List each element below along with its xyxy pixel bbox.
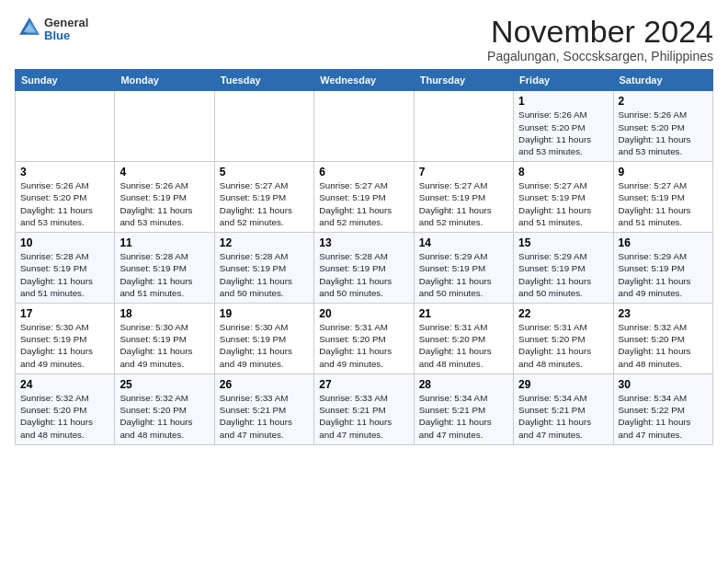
day-info: Sunrise: 5:34 AM Sunset: 5:22 PM Dayligh… bbox=[619, 392, 708, 441]
calendar-cell bbox=[314, 91, 414, 162]
calendar-cell: 8Sunrise: 5:27 AM Sunset: 5:19 PM Daylig… bbox=[514, 162, 613, 233]
day-info: Sunrise: 5:31 AM Sunset: 5:20 PM Dayligh… bbox=[419, 321, 508, 370]
calendar-cell: 28Sunrise: 5:34 AM Sunset: 5:21 PM Dayli… bbox=[414, 373, 513, 444]
day-number: 11 bbox=[119, 236, 209, 249]
day-number: 3 bbox=[20, 166, 109, 178]
day-info: Sunrise: 5:27 AM Sunset: 5:19 PM Dayligh… bbox=[419, 179, 508, 228]
logo: General Blue bbox=[15, 15, 88, 44]
day-info: Sunrise: 5:29 AM Sunset: 5:19 PM Dayligh… bbox=[419, 250, 508, 299]
day-number: 5 bbox=[220, 166, 309, 178]
day-number: 7 bbox=[419, 166, 508, 178]
week-row-2: 3Sunrise: 5:26 AM Sunset: 5:20 PM Daylig… bbox=[16, 162, 713, 233]
calendar-cell: 11Sunrise: 5:28 AM Sunset: 5:19 PM Dayli… bbox=[115, 233, 214, 304]
day-number: 4 bbox=[119, 166, 209, 178]
calendar-cell: 5Sunrise: 5:27 AM Sunset: 5:19 PM Daylig… bbox=[214, 162, 313, 233]
day-number: 18 bbox=[119, 307, 209, 320]
day-info: Sunrise: 5:26 AM Sunset: 5:20 PM Dayligh… bbox=[619, 109, 708, 157]
calendar-cell: 23Sunrise: 5:32 AM Sunset: 5:20 PM Dayli… bbox=[613, 304, 712, 374]
day-info: Sunrise: 5:31 AM Sunset: 5:20 PM Dayligh… bbox=[319, 321, 408, 370]
calendar-cell: 18Sunrise: 5:30 AM Sunset: 5:19 PM Dayli… bbox=[115, 304, 214, 374]
calendar-cell: 14Sunrise: 5:29 AM Sunset: 5:19 PM Dayli… bbox=[414, 233, 513, 304]
calendar-cell: 4Sunrise: 5:26 AM Sunset: 5:19 PM Daylig… bbox=[115, 162, 214, 233]
calendar-cell: 27Sunrise: 5:33 AM Sunset: 5:21 PM Dayli… bbox=[314, 373, 414, 444]
week-row-4: 17Sunrise: 5:30 AM Sunset: 5:19 PM Dayli… bbox=[16, 304, 713, 374]
day-number: 12 bbox=[220, 236, 309, 249]
week-row-1: 1Sunrise: 5:26 AM Sunset: 5:20 PM Daylig… bbox=[16, 91, 713, 162]
calendar-cell: 22Sunrise: 5:31 AM Sunset: 5:20 PM Dayli… bbox=[514, 304, 613, 374]
day-number: 25 bbox=[119, 378, 209, 391]
calendar-cell: 3Sunrise: 5:26 AM Sunset: 5:20 PM Daylig… bbox=[16, 162, 115, 233]
month-title: November 2024 bbox=[487, 15, 713, 49]
day-number: 16 bbox=[619, 236, 708, 249]
calendar-cell: 29Sunrise: 5:34 AM Sunset: 5:21 PM Dayli… bbox=[514, 373, 613, 444]
day-info: Sunrise: 5:28 AM Sunset: 5:19 PM Dayligh… bbox=[119, 250, 209, 299]
calendar-cell: 20Sunrise: 5:31 AM Sunset: 5:20 PM Dayli… bbox=[314, 304, 414, 374]
logo-blue: Blue bbox=[44, 29, 88, 42]
calendar-cell: 26Sunrise: 5:33 AM Sunset: 5:21 PM Dayli… bbox=[214, 373, 313, 444]
day-info: Sunrise: 5:26 AM Sunset: 5:20 PM Dayligh… bbox=[20, 179, 109, 228]
day-info: Sunrise: 5:27 AM Sunset: 5:19 PM Dayligh… bbox=[319, 179, 408, 228]
calendar-cell: 16Sunrise: 5:29 AM Sunset: 5:19 PM Dayli… bbox=[613, 233, 712, 304]
day-info: Sunrise: 5:33 AM Sunset: 5:21 PM Dayligh… bbox=[319, 392, 408, 441]
calendar-cell: 19Sunrise: 5:30 AM Sunset: 5:19 PM Dayli… bbox=[214, 304, 313, 374]
column-header-tuesday: Tuesday bbox=[214, 70, 313, 91]
calendar-cell: 15Sunrise: 5:29 AM Sunset: 5:19 PM Dayli… bbox=[514, 233, 613, 304]
day-info: Sunrise: 5:26 AM Sunset: 5:19 PM Dayligh… bbox=[119, 179, 209, 228]
day-info: Sunrise: 5:30 AM Sunset: 5:19 PM Dayligh… bbox=[119, 321, 209, 370]
calendar-cell bbox=[214, 91, 313, 162]
calendar-cell: 17Sunrise: 5:30 AM Sunset: 5:19 PM Dayli… bbox=[16, 304, 115, 374]
day-info: Sunrise: 5:29 AM Sunset: 5:19 PM Dayligh… bbox=[619, 250, 708, 299]
day-number: 14 bbox=[419, 236, 508, 249]
calendar-header-row: SundayMondayTuesdayWednesdayThursdayFrid… bbox=[16, 70, 713, 91]
day-number: 23 bbox=[619, 307, 708, 320]
day-number: 10 bbox=[20, 236, 109, 249]
calendar-cell: 12Sunrise: 5:28 AM Sunset: 5:19 PM Dayli… bbox=[214, 233, 313, 304]
calendar-cell: 7Sunrise: 5:27 AM Sunset: 5:19 PM Daylig… bbox=[414, 162, 513, 233]
day-number: 2 bbox=[619, 95, 708, 108]
calendar-cell bbox=[414, 91, 513, 162]
day-number: 24 bbox=[20, 378, 109, 391]
day-info: Sunrise: 5:34 AM Sunset: 5:21 PM Dayligh… bbox=[419, 392, 508, 441]
calendar-cell: 2Sunrise: 5:26 AM Sunset: 5:20 PM Daylig… bbox=[613, 91, 712, 162]
calendar-cell: 21Sunrise: 5:31 AM Sunset: 5:20 PM Dayli… bbox=[414, 304, 513, 374]
day-info: Sunrise: 5:32 AM Sunset: 5:20 PM Dayligh… bbox=[20, 392, 109, 441]
day-number: 28 bbox=[419, 378, 508, 391]
calendar-cell: 25Sunrise: 5:32 AM Sunset: 5:20 PM Dayli… bbox=[115, 373, 214, 444]
day-info: Sunrise: 5:28 AM Sunset: 5:19 PM Dayligh… bbox=[20, 250, 109, 299]
day-info: Sunrise: 5:28 AM Sunset: 5:19 PM Dayligh… bbox=[319, 250, 408, 299]
column-header-monday: Monday bbox=[115, 70, 214, 91]
calendar-cell: 10Sunrise: 5:28 AM Sunset: 5:19 PM Dayli… bbox=[16, 233, 115, 304]
day-info: Sunrise: 5:30 AM Sunset: 5:19 PM Dayligh… bbox=[20, 321, 109, 370]
day-info: Sunrise: 5:32 AM Sunset: 5:20 PM Dayligh… bbox=[119, 392, 209, 441]
day-number: 1 bbox=[518, 95, 608, 108]
day-info: Sunrise: 5:27 AM Sunset: 5:19 PM Dayligh… bbox=[220, 179, 309, 228]
column-header-friday: Friday bbox=[514, 70, 613, 91]
calendar-cell: 1Sunrise: 5:26 AM Sunset: 5:20 PM Daylig… bbox=[514, 91, 613, 162]
calendar-cell: 13Sunrise: 5:28 AM Sunset: 5:19 PM Dayli… bbox=[314, 233, 414, 304]
day-number: 26 bbox=[220, 378, 309, 391]
calendar-cell: 30Sunrise: 5:34 AM Sunset: 5:22 PM Dayli… bbox=[613, 373, 712, 444]
location-subtitle: Pagalungan, Soccsksargen, Philippines bbox=[487, 49, 713, 63]
column-header-saturday: Saturday bbox=[613, 70, 712, 91]
calendar-cell: 9Sunrise: 5:27 AM Sunset: 5:19 PM Daylig… bbox=[613, 162, 712, 233]
day-info: Sunrise: 5:27 AM Sunset: 5:19 PM Dayligh… bbox=[518, 179, 608, 228]
day-info: Sunrise: 5:32 AM Sunset: 5:20 PM Dayligh… bbox=[619, 321, 708, 370]
day-number: 17 bbox=[20, 307, 109, 320]
title-block: November 2024 Pagalungan, Soccsksargen, … bbox=[487, 15, 713, 63]
day-info: Sunrise: 5:34 AM Sunset: 5:21 PM Dayligh… bbox=[518, 392, 608, 441]
page-header: General Blue November 2024 Pagalungan, S… bbox=[15, 15, 713, 63]
day-number: 15 bbox=[518, 236, 608, 249]
calendar-cell bbox=[115, 91, 214, 162]
day-info: Sunrise: 5:29 AM Sunset: 5:19 PM Dayligh… bbox=[518, 250, 608, 299]
day-number: 13 bbox=[319, 236, 408, 249]
calendar-cell bbox=[16, 91, 115, 162]
day-number: 20 bbox=[319, 307, 408, 320]
calendar-table: SundayMondayTuesdayWednesdayThursdayFrid… bbox=[15, 69, 713, 444]
day-number: 21 bbox=[419, 307, 508, 320]
column-header-sunday: Sunday bbox=[16, 70, 115, 91]
day-info: Sunrise: 5:31 AM Sunset: 5:20 PM Dayligh… bbox=[518, 321, 608, 370]
week-row-3: 10Sunrise: 5:28 AM Sunset: 5:19 PM Dayli… bbox=[16, 233, 713, 304]
day-info: Sunrise: 5:28 AM Sunset: 5:19 PM Dayligh… bbox=[220, 250, 309, 299]
day-number: 29 bbox=[518, 378, 608, 391]
logo-general: General bbox=[44, 17, 88, 29]
